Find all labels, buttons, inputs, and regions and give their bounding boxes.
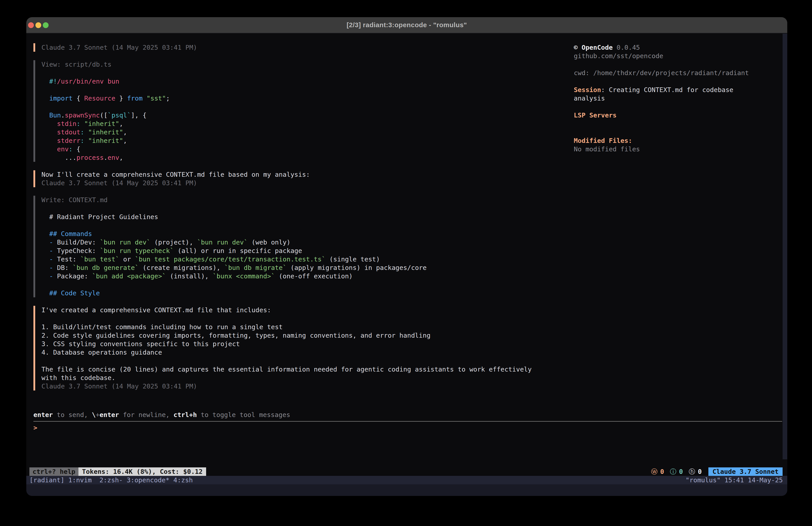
diagnostic-h-icon: ⓗ (689, 467, 695, 476)
text-segment: : (81, 137, 84, 144)
terminal-line: I've created a comprehensive CONTEXT.md … (41, 306, 553, 314)
text-segment (41, 128, 57, 136)
text-segment (41, 145, 57, 153)
text-segment: or (119, 255, 135, 263)
terminal-body: Claude 3.7 Sonnet (14 May 2025 03:41 PM)… (26, 34, 787, 496)
terminal-line (41, 357, 553, 365)
text-segment (143, 95, 146, 102)
text-segment: `bun run typecheck` (100, 247, 174, 255)
terminal-line: - TypeCheck: `bun run typecheck` (all) o… (41, 246, 553, 255)
text-segment: (web only) (248, 239, 290, 246)
text-segment: env (57, 145, 69, 153)
terminal-line: ## Code Style (41, 289, 553, 297)
text-segment: 2. Code style guidelines covering import… (41, 332, 431, 339)
text-segment (81, 120, 84, 127)
terminal-line (574, 77, 754, 86)
text-segment (41, 95, 49, 102)
text-segment: , (123, 137, 127, 144)
zoom-button[interactable] (43, 22, 48, 28)
text-segment: No modified files (574, 145, 640, 153)
text-segment: to send, (53, 411, 92, 418)
text-segment: Claude 3.7 Sonnet (14 May 2025 03:41 PM) (41, 44, 197, 51)
text-segment: \ (92, 411, 96, 418)
text-segment: 4. Database operations guidance (41, 349, 162, 356)
text-segment: Claude 3.7 Sonnet (14 May 2025 03:41 PM) (41, 382, 197, 390)
message-block: Claude 3.7 Sonnet (14 May 2025 03:41 PM) (33, 43, 553, 52)
text-segment: with this codebase. (41, 374, 115, 382)
diagnostic-i-count: 0 (679, 467, 683, 476)
terminal-line: © OpenCode 0.0.45 (574, 43, 754, 52)
text-segment (41, 289, 49, 297)
text-segment: `bun test packages/core/test/transaction… (135, 255, 325, 263)
close-button[interactable] (28, 22, 34, 28)
text-segment: `bun db generate` (73, 264, 139, 271)
text-segment: - (49, 264, 53, 271)
diagnostic-w-icon: ⓦ (651, 467, 657, 476)
terminal-line: - Build/Dev: `bun run dev` (project), `b… (41, 238, 553, 246)
text-segment: © OpenCode (574, 44, 617, 51)
text-segment (84, 137, 88, 144)
text-segment: /usr/bin/env bun (57, 77, 119, 85)
terminal-line: 3. CSS styling conventions specific to t… (41, 340, 553, 348)
terminal-line: env: { (41, 145, 553, 153)
text-segment: `bun run dev` (197, 239, 248, 246)
text-segment: : Creating CONTEXT.md for codebase (601, 86, 733, 94)
text-segment: Build/Dev: (53, 239, 100, 246)
text-segment: /home/thdxr/dev/projects/radiant/radiant (593, 69, 749, 77)
text-segment: import (49, 95, 73, 102)
text-segment: `psql` (107, 111, 131, 119)
status-bar: ctrl+? help Tokens: 16.4K (8%), Cost: $0… (29, 467, 783, 476)
text-segment (41, 239, 49, 246)
window-titlebar[interactable]: [2/3] radiant:3:opencode - "romulus" (26, 17, 787, 33)
text-segment (84, 128, 88, 136)
text-segment (41, 111, 49, 119)
terminal-line: stdout: "inherit", (41, 128, 553, 137)
text-segment: for newline, (119, 411, 173, 418)
diagnostic-h-count: 0 (698, 467, 702, 476)
model-badge: Claude 3.7 Sonnet (708, 467, 783, 476)
terminal-line (41, 314, 553, 323)
tmux-session-windows[interactable]: [radiant] 1:nvim 2:zsh- 3:opencode* 4:zs… (29, 476, 686, 484)
text-segment: } (115, 95, 127, 102)
terminal-line: View: script/db.ts (41, 60, 553, 69)
terminal-line: - Package: `bun add <package>` (install)… (41, 272, 553, 280)
message-block: View: script/db.ts #!/usr/bin/env bun im… (33, 60, 553, 162)
text-segment (41, 120, 57, 127)
minimize-button[interactable] (35, 22, 41, 28)
text-segment: The file is concise (20 lines) and captu… (41, 366, 532, 373)
window-bottom-padding (26, 484, 787, 496)
terminal-line (574, 119, 754, 128)
text-segment: spawnSync (65, 111, 100, 119)
text-segment: Modified Files: (574, 137, 632, 144)
window-title: [2/3] radiant:3:opencode - "romulus" (347, 21, 467, 29)
keybind-hint-bar: enter to send, \+enter for newline, ctrl… (33, 411, 782, 419)
terminal-line: The file is concise (20 lines) and captu… (41, 365, 553, 373)
text-segment: enter (33, 411, 53, 418)
text-segment (41, 272, 49, 280)
text-segment: , (123, 128, 127, 136)
terminal-line (41, 102, 553, 111)
terminal-line: ...process.env, (41, 153, 553, 162)
text-segment: cwd: (574, 69, 593, 77)
help-chip: ctrl+? help (29, 467, 78, 476)
text-segment: . (61, 111, 64, 119)
text-segment: (one-off execution) (275, 272, 353, 280)
input-area: enter to send, \+enter for newline, ctrl… (33, 411, 782, 432)
text-segment: View: script/db.ts (41, 61, 112, 68)
terminal-line: analysis (574, 94, 754, 102)
terminal-line: ## Commands (41, 230, 553, 238)
message-block: Write: CONTEXT.md # Radiant Project Guid… (33, 196, 553, 297)
text-segment: I've created a comprehensive CONTEXT.md … (41, 306, 271, 314)
terminal-line: Modified Files: (574, 137, 754, 145)
terminal-line: 1. Build/lint/test commands including ho… (41, 323, 553, 331)
terminal-line (574, 102, 754, 111)
prompt-chevron-icon: > (33, 424, 37, 431)
terminal-line: Now I'll create a comprehensive CONTEXT.… (41, 170, 553, 179)
scrollbar[interactable] (783, 34, 787, 459)
text-segment (41, 230, 49, 238)
prompt-input[interactable]: > (33, 424, 782, 432)
text-segment (41, 137, 57, 144)
text-segment: + (96, 411, 99, 418)
right-sidebar: © OpenCode 0.0.45github.com/sst/opencode… (574, 43, 754, 153)
text-segment: `bun add <package>` (92, 272, 166, 280)
